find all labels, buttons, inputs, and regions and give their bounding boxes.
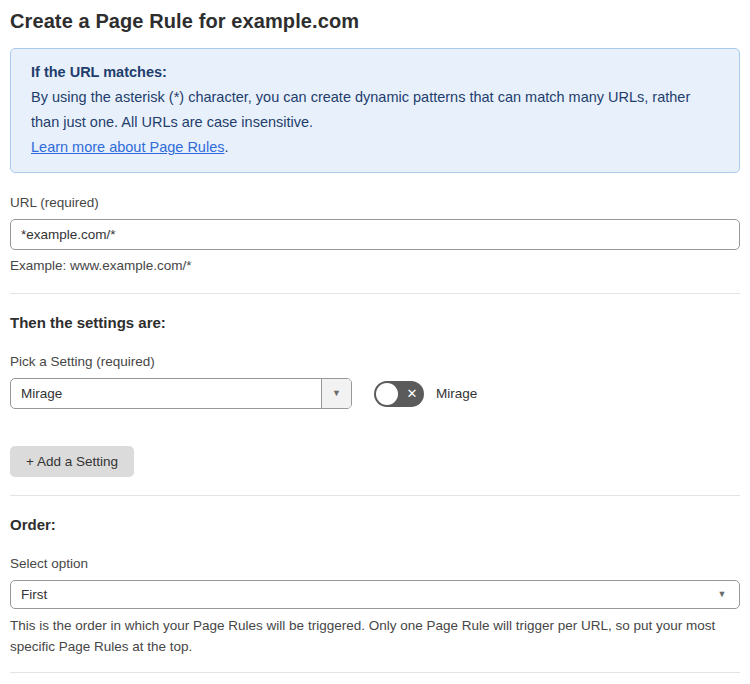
- link-suffix: .: [224, 139, 228, 155]
- chevron-down-icon: ▼: [332, 389, 341, 398]
- order-select-value: First: [11, 587, 705, 602]
- toggle-caption: Mirage: [436, 386, 477, 401]
- info-box-heading: If the URL matches:: [31, 60, 719, 85]
- order-helper-text: This is the order in which your Page Rul…: [10, 615, 734, 657]
- add-setting-button[interactable]: + Add a Setting: [10, 446, 134, 477]
- setting-dropdown[interactable]: Mirage ▼: [10, 378, 352, 409]
- mirage-toggle[interactable]: ✕: [374, 381, 424, 407]
- learn-more-link[interactable]: Learn more about Page Rules: [31, 139, 224, 155]
- setting-dropdown-arrow-button[interactable]: ▼: [321, 379, 351, 408]
- create-page-rule-form: Create a Page Rule for example.com If th…: [0, 0, 750, 684]
- order-section-heading: Order:: [10, 516, 740, 534]
- order-select-label: Select option: [10, 556, 740, 572]
- setting-row: Mirage ▼ ✕ Mirage: [10, 378, 740, 409]
- page-title: Create a Page Rule for example.com: [10, 6, 740, 36]
- divider: [10, 495, 740, 496]
- url-example-helper: Example: www.example.com/*: [10, 256, 740, 275]
- chevron-down-icon: ▼: [718, 590, 727, 599]
- settings-section-heading: Then the settings are:: [10, 314, 740, 332]
- divider: [10, 672, 740, 673]
- url-input[interactable]: [10, 219, 740, 250]
- pick-setting-label: Pick a Setting (required): [10, 354, 740, 370]
- toggle-off-x-icon: ✕: [401, 381, 423, 407]
- info-box-link-line: Learn more about Page Rules.: [31, 135, 719, 160]
- setting-dropdown-value: Mirage: [11, 379, 321, 408]
- toggle-knob: [376, 383, 398, 405]
- url-field-label: URL (required): [10, 195, 740, 211]
- info-box-body: By using the asterisk (*) character, you…: [31, 85, 719, 135]
- divider: [10, 293, 740, 294]
- order-select[interactable]: First ▼: [10, 580, 740, 609]
- url-match-info-box: If the URL matches: By using the asteris…: [10, 48, 740, 173]
- order-select-caret-box: ▼: [705, 590, 739, 599]
